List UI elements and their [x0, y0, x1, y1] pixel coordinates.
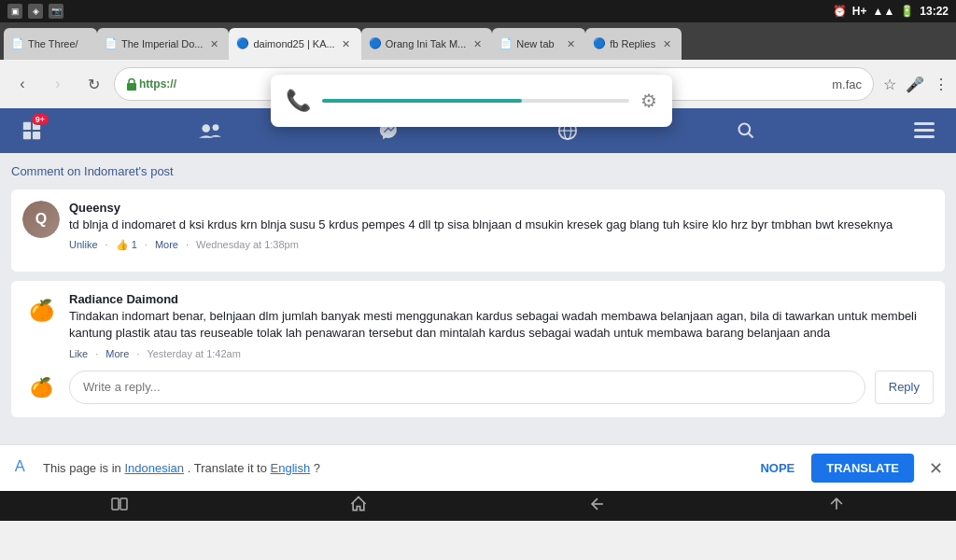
avatar-img-reply: 🍊 [22, 369, 60, 406]
fb-nav-notifications[interactable]: 9+ [11, 110, 52, 151]
tab-daimond[interactable]: 🔵 daimond25 | KA... ✕ [229, 28, 360, 60]
svg-rect-17 [120, 498, 127, 510]
lock-icon [126, 77, 137, 91]
comment-text-queensy: td blnja d indomaret d ksi krdus krn bln… [69, 217, 934, 233]
unlike-button[interactable]: Unlike [69, 239, 98, 251]
comment-actions-radiance: Like · More · Yesterday at 1:42am [69, 348, 934, 359]
back-button[interactable]: ‹ [7, 69, 37, 99]
status-right-icons: ⏰ H+ ▲▲ 🔋 13:22 [833, 5, 949, 18]
microphone-icon[interactable]: 🎤 [906, 76, 924, 93]
fb-nav-friends[interactable] [190, 110, 231, 151]
tab-new-tab[interactable]: 📄 New tab ✕ [492, 28, 585, 60]
status-bar: ▣ ◈ 📷 ⏰ H+ ▲▲ 🔋 13:22 [0, 0, 956, 22]
svg-point-6 [213, 124, 219, 131]
target-lang-link[interactable]: English [271, 461, 311, 475]
like-button-radiance[interactable]: Like [69, 348, 88, 359]
tab-bar: 📄 The Three/ 📄 The Imperial Do... ✕ 🔵 da… [0, 22, 956, 60]
app-icon-2: ◈ [28, 4, 43, 19]
reply-button[interactable]: Reply [875, 371, 934, 404]
clock: 13:22 [920, 5, 949, 18]
fb-nav-search[interactable] [725, 110, 766, 151]
translate-close-icon[interactable]: ✕ [929, 458, 943, 479]
avatar-queensy: Q [22, 201, 60, 238]
back-nav-button[interactable] [588, 495, 607, 518]
translate-bar: A This page is in Indonesian . Translate… [0, 444, 956, 491]
comment-time-queensy: Wednesday at 1:38pm [196, 239, 299, 251]
main-content: Comment on Indomaret's post Q Queensy td… [0, 153, 956, 444]
svg-rect-4 [33, 132, 40, 139]
fb-search-icon [737, 121, 755, 140]
svg-rect-14 [914, 135, 935, 138]
up-button[interactable] [827, 495, 846, 518]
svg-rect-12 [914, 122, 935, 125]
comment-content-queensy: Queensy td blnja d indomaret d ksi krdus… [69, 201, 934, 251]
tab-favicon-6: 🔵 [593, 37, 606, 50]
svg-rect-1 [23, 122, 31, 130]
tab-the-three[interactable]: 📄 The Three/ [4, 28, 97, 60]
tab-favicon-2: 📄 [105, 37, 118, 50]
tab-favicon-4: 🔵 [369, 37, 382, 50]
https-badge: https:// [126, 77, 176, 91]
translate-icon: A [13, 455, 34, 481]
nope-button[interactable]: NOPE [752, 461, 802, 475]
avatar-reply-user: 🍊 [22, 369, 60, 406]
tab-close-4[interactable]: ✕ [470, 36, 485, 51]
camera-icon: 📷 [49, 4, 63, 19]
tab-title-6: fb Replies [610, 38, 655, 49]
avatar-img-queensy: Q [22, 201, 60, 238]
svg-text:A: A [15, 457, 25, 474]
avatar-radiance: 🍊 [22, 292, 60, 329]
tab-fb-replies[interactable]: 🔵 fb Replies ✕ [585, 28, 682, 60]
comment-time-radiance: Yesterday at 1:42am [147, 348, 241, 359]
translate-button[interactable]: TRANSLATE [811, 454, 914, 483]
more-button-1[interactable]: More [155, 239, 178, 251]
call-settings-icon[interactable]: ⚙ [640, 90, 657, 112]
avatar-img-radiance: 🍊 [22, 292, 60, 329]
svg-line-11 [749, 133, 753, 138]
reply-input-row: 🍊 Reply [22, 369, 934, 406]
comment-block-radiance: 🍊 Radiance Daimond Tindakan indomart ben… [11, 281, 945, 416]
call-volume-slider[interactable] [322, 99, 629, 103]
translate-message: This page is in Indonesian . Translate i… [43, 461, 743, 475]
https-text: https:// [139, 77, 176, 91]
battery-icon: 🔋 [900, 5, 914, 18]
more-button-2[interactable]: More [105, 348, 129, 359]
refresh-button[interactable]: ↻ [78, 69, 108, 99]
call-phone-icon: 📞 [286, 89, 311, 113]
dot-sep-2: · [186, 239, 189, 251]
wifi-icon: ▲▲ [873, 5, 895, 18]
tab-close-6[interactable]: ✕ [659, 36, 674, 51]
tab-close-5[interactable]: ✕ [563, 36, 578, 51]
like-count-icon: · [105, 239, 108, 251]
tab-orang-ini[interactable]: 🔵 Orang Ini Tak M... ✕ [361, 28, 493, 60]
svg-rect-13 [914, 129, 935, 132]
home-button[interactable] [349, 495, 368, 518]
reply-text-input[interactable] [69, 371, 865, 404]
comment-author-radiance[interactable]: Radiance Daimond [69, 292, 934, 306]
comment-author-queensy[interactable]: Queensy [69, 201, 934, 215]
signal-icon: H+ [852, 5, 867, 18]
status-left-icons: ▣ ◈ 📷 [7, 4, 63, 19]
tab-imperial-doc[interactable]: 📄 The Imperial Do... ✕ [97, 28, 229, 60]
call-slider-fill [322, 99, 522, 103]
google-translate-icon: A [13, 455, 34, 476]
tab-favicon-1: 📄 [11, 37, 24, 50]
source-lang-link[interactable]: Indonesian [124, 461, 184, 475]
comment-row-queensy: Q Queensy td blnja d indomaret d ksi krd… [22, 201, 934, 251]
recents-button[interactable] [110, 497, 129, 516]
tab-favicon-5: 📄 [499, 37, 513, 50]
svg-rect-16 [112, 498, 119, 510]
tab-title-3: daimond25 | KA... [253, 38, 334, 49]
comment-text-radiance: Tindakan indomart benar, belnjaan dlm ju… [69, 308, 934, 342]
back-icon [588, 495, 607, 513]
tab-close-3[interactable]: ✕ [339, 36, 354, 51]
comment-content-radiance: Radiance Daimond Tindakan indomart benar… [69, 292, 934, 358]
tab-close-2[interactable]: ✕ [206, 36, 221, 51]
forward-button[interactable]: › [43, 69, 73, 99]
more-options-icon[interactable]: ⋮ [934, 76, 949, 93]
fb-nav-menu[interactable] [904, 110, 945, 151]
bookmark-star-icon[interactable]: ☆ [883, 76, 896, 93]
comment-actions-queensy: Unlike · 👍 1 · More · Wednesday at 1:38p… [69, 239, 934, 251]
notification-badge: 9+ [32, 114, 49, 125]
app-icon-1: ▣ [7, 4, 22, 19]
